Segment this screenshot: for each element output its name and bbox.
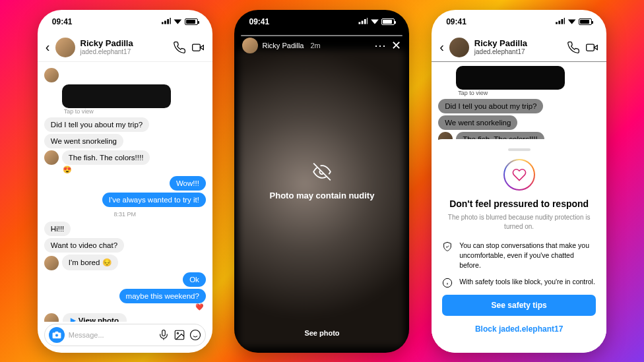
sheet-title: Don't feel pressured to respond	[442, 198, 596, 209]
image-icon[interactable]	[174, 329, 185, 341]
nudity-warning: Photo may contain nudity	[234, 162, 409, 200]
svg-rect-2	[162, 330, 166, 336]
sheet-subtitle: The photo is blurred because nudity prot…	[442, 213, 596, 231]
status-indicators	[358, 17, 395, 26]
phone-safety-sheet: 09:41 ‹ Ricky Padillajaded.elephant17 Ta…	[432, 10, 606, 353]
safety-sheet: Don't feel pressured to respond The phot…	[432, 139, 606, 352]
wifi-icon	[370, 17, 379, 26]
sheet-item: You can stop conversations that make you…	[442, 241, 596, 270]
back-icon[interactable]: ‹	[46, 40, 50, 55]
chat-body[interactable]: Tap to view Did I tell you about my trip…	[38, 62, 212, 322]
svg-rect-0	[192, 44, 200, 51]
avatar	[44, 150, 59, 165]
message-bubble[interactable]: Wow!!!	[170, 176, 206, 191]
sheet-item: With safety tools like block, you're in …	[442, 277, 596, 288]
user-handle: jaded.elephant17	[80, 48, 168, 56]
block-user-button[interactable]: Block jaded.elephant17	[442, 318, 596, 340]
story-header: Ricky Padilla 2m ⋯ ✕	[234, 38, 409, 53]
status-bar: 09:41	[38, 10, 212, 34]
message-bubble[interactable]: maybe this weekend?	[119, 289, 206, 303]
phone-nudity-warning: 09:41 Ricky Padilla 2m ⋯ ✕ Photo may con…	[234, 10, 409, 353]
see-safety-tips-button[interactable]: See safety tips	[442, 295, 596, 316]
svg-point-4	[177, 332, 178, 334]
message-bubble[interactable]: Ok	[183, 272, 206, 287]
nudity-warning-text: Photo may contain nudity	[234, 190, 409, 200]
heart-reaction: ❤️	[44, 303, 203, 311]
message-bubble[interactable]: We went snorkeling	[44, 134, 123, 148]
avatar[interactable]	[55, 38, 75, 57]
close-icon[interactable]: ✕	[391, 38, 401, 53]
see-photo-button[interactable]: See photo	[304, 329, 339, 337]
sticker-icon[interactable]	[189, 329, 201, 341]
blurred-image[interactable]	[62, 84, 171, 108]
avatar	[44, 68, 59, 82]
phone-dm-chat: 09:41 ‹ Ricky Padilla jaded.elephant17 T…	[38, 10, 212, 353]
avatar	[44, 313, 59, 322]
avatar	[44, 256, 59, 270]
phone-call-icon[interactable]	[173, 41, 186, 54]
signal-icon	[162, 17, 171, 26]
status-bar: 09:41	[234, 10, 409, 34]
battery-icon	[185, 18, 198, 25]
chat-header: ‹ Ricky Padilla jaded.elephant17	[38, 34, 212, 62]
message-bubble[interactable]: I'm bored 😔	[62, 255, 118, 270]
user-name: Ricky Padilla	[80, 38, 168, 49]
message-bubble[interactable]: I've always wanted to try it!	[102, 193, 206, 207]
message-input-bar: Message...	[44, 324, 206, 346]
status-time: 09:41	[249, 17, 269, 26]
wifi-icon	[174, 17, 182, 26]
svg-point-1	[55, 334, 58, 337]
message-input[interactable]: Message...	[69, 331, 154, 339]
tap-to-view-label: Tap to view	[64, 108, 206, 115]
avatar	[242, 38, 258, 53]
sheet-handle-icon[interactable]	[508, 148, 531, 151]
eye-off-icon	[313, 162, 331, 181]
story-user-name: Ricky Padilla	[262, 42, 304, 49]
message-bubble[interactable]: Hi!!!	[44, 222, 71, 236]
sheet-item-text: You can stop conversations that make you…	[459, 241, 596, 270]
info-icon	[442, 278, 453, 288]
user-info[interactable]: Ricky Padilla jaded.elephant17	[80, 38, 168, 57]
message-bubble[interactable]: Did I tell you about my trip?	[44, 117, 149, 132]
svg-rect-6	[587, 44, 595, 51]
timestamp: 8:31 PM	[44, 211, 206, 218]
dimmed-background: 09:41 ‹ Ricky Padillajaded.elephant17 Ta…	[432, 10, 606, 142]
shield-check-icon	[442, 241, 453, 252]
status-indicators	[162, 17, 198, 26]
view-photo-row: ▶ View photo	[44, 313, 206, 322]
play-icon: ▶	[71, 317, 76, 322]
message-bubble[interactable]: Want to video chat?	[44, 238, 124, 253]
camera-button[interactable]	[49, 327, 65, 343]
story-time: 2m	[310, 42, 320, 49]
story-progress	[241, 35, 402, 36]
more-icon[interactable]: ⋯	[374, 38, 386, 53]
story-user[interactable]: Ricky Padilla 2m	[242, 38, 369, 53]
battery-icon	[381, 18, 395, 25]
emoji-reaction: 😍	[63, 166, 206, 174]
sheet-item-text: With safety tools like block, you're in …	[459, 277, 595, 287]
mic-icon[interactable]	[158, 329, 170, 341]
message-bubble[interactable]: The fish. The colors!!!!	[62, 150, 150, 165]
heart-circle-icon	[503, 159, 535, 191]
signal-icon	[358, 17, 368, 26]
view-photo-label: View photo	[79, 317, 119, 322]
status-time: 09:41	[52, 17, 73, 26]
view-photo-button[interactable]: ▶ View photo	[63, 313, 127, 322]
svg-point-5	[190, 330, 200, 340]
video-call-icon[interactable]	[191, 41, 205, 54]
